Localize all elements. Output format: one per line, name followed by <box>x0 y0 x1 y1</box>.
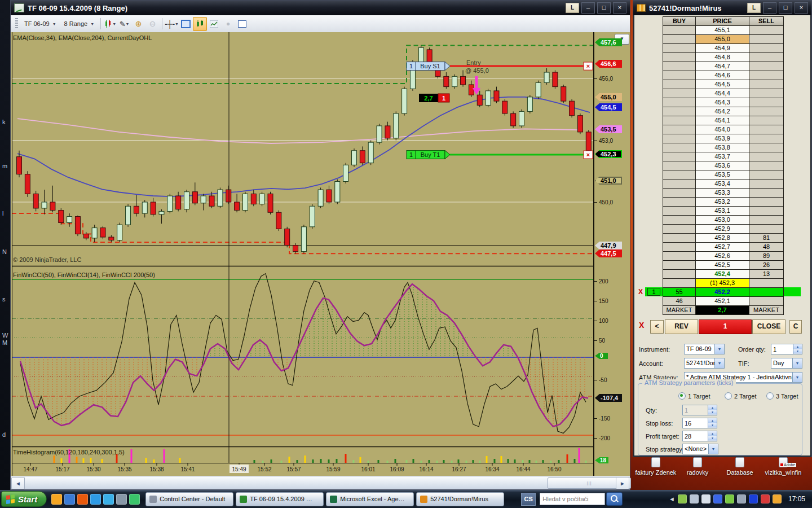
ladder-sell-cell[interactable] <box>749 198 784 207</box>
calculator-icon[interactable] <box>116 494 127 505</box>
ladder-price-cell[interactable]: 454,4 <box>696 89 749 98</box>
ladder-price-cell[interactable]: 454,2 <box>696 107 749 116</box>
ladder-price-cell[interactable]: 452,1 <box>696 297 749 306</box>
ladder-price-cell[interactable]: 454,1 <box>696 116 749 125</box>
desktop-icon[interactable]: vizitka_winfin <box>762 457 805 476</box>
ladder-sell-cell[interactable] <box>749 161 784 170</box>
ladder-sell-cell[interactable] <box>749 62 784 71</box>
mail-icon[interactable] <box>51 494 62 505</box>
ladder-buy-cell[interactable] <box>663 261 696 270</box>
ladder-buy-cell[interactable] <box>663 107 696 116</box>
ladder-row[interactable]: 454,3 <box>663 98 784 107</box>
ladder-row[interactable]: 454,7 <box>663 62 784 71</box>
close-position-button[interactable]: CLOSE <box>752 319 785 334</box>
order-qty-input[interactable] <box>771 344 793 354</box>
cancel-all-x[interactable]: X <box>639 321 644 330</box>
ladder-sell-cell[interactable] <box>749 216 784 225</box>
tray-expand-icon[interactable]: ◄ <box>669 496 675 502</box>
ladder-price-cell[interactable]: 453,9 <box>696 134 749 143</box>
ladder-buy-cell[interactable] <box>663 216 696 225</box>
ladder-market-row[interactable]: MARKET2,7MARKET <box>663 306 784 315</box>
ladder-buy-cell[interactable] <box>663 234 696 243</box>
instrument-selector[interactable]: TF 06-09 ▼ <box>20 19 60 29</box>
ladder-buy-cell[interactable] <box>663 35 696 44</box>
ladder-row[interactable]: 452,748 <box>663 243 784 252</box>
target-2-radio[interactable]: 2 Target <box>725 392 757 400</box>
language-indicator[interactable]: CS <box>521 493 536 506</box>
ladder-sell-cell[interactable]: 81 <box>749 234 784 243</box>
ladder-row[interactable]: 454,1 <box>663 116 784 125</box>
media-player-icon[interactable] <box>103 494 114 505</box>
taskbar-button[interactable]: Microsoft Excel - Age… <box>326 492 414 506</box>
ladder-price-cell[interactable]: 453,8 <box>696 143 749 152</box>
ladder-buy-cell[interactable] <box>663 252 696 261</box>
qty-stepper[interactable]: ▲▼ <box>682 405 717 415</box>
profit-target-input[interactable] <box>683 431 708 441</box>
ladder-price-cell[interactable]: 2,7 <box>696 306 749 315</box>
ladder-price-cell[interactable]: 452,8 <box>696 234 749 243</box>
ladder-row[interactable]: 453,9 <box>663 134 784 143</box>
ladder-row[interactable]: 454,5 <box>663 80 784 89</box>
zoom-out-button[interactable]: ⊖ <box>145 17 160 31</box>
taskbar-button[interactable]: 52741!Dorman!Mirus <box>416 492 504 506</box>
search-button[interactable] <box>606 492 623 506</box>
taskbar-button[interactable]: Control Center - Default <box>145 492 233 506</box>
chevron-down-icon[interactable]: ▼ <box>792 373 802 382</box>
ladder-buy-cell[interactable] <box>663 270 696 279</box>
ladder-buy-cell[interactable] <box>663 170 696 179</box>
ladder-sell-cell[interactable] <box>749 179 784 189</box>
data-series-button[interactable] <box>207 17 221 31</box>
ladder-sell-cell[interactable] <box>749 152 784 161</box>
drawing-tools-button[interactable]: ✎▼ <box>117 17 131 31</box>
ladder-buy-cell[interactable]: 46 <box>663 297 696 306</box>
region-select-button[interactable] <box>179 17 193 31</box>
ladder-sell-cell[interactable] <box>749 297 784 306</box>
ladder-sell-cell[interactable] <box>749 279 784 288</box>
ladder-buy-cell[interactable] <box>663 26 696 35</box>
ladder-price-cell[interactable]: 454,9 <box>696 44 749 53</box>
crosshair-button[interactable]: -┼-▼ <box>165 17 179 31</box>
ladder-price-cell[interactable]: 453,3 <box>696 189 749 198</box>
ladder-price-cell[interactable]: 454,5 <box>696 80 749 89</box>
reverse-button[interactable]: REV <box>665 319 698 334</box>
ladder-buy-cell[interactable] <box>663 279 696 288</box>
ladder-buy-cell[interactable] <box>663 161 696 170</box>
ladder-row[interactable]: 453,5 <box>663 170 784 179</box>
ladder-price-cell[interactable]: 452,9 <box>696 225 749 234</box>
ladder-sell-cell[interactable] <box>749 89 784 98</box>
maximize-button[interactable]: □ <box>779 2 792 14</box>
ie-icon[interactable] <box>90 494 101 505</box>
ladder-row[interactable]: 455,1 <box>663 26 784 35</box>
ladder-buy-cell[interactable] <box>663 189 696 198</box>
instrument-combo[interactable]: TF 06-09▼ <box>684 344 725 354</box>
ladder-buy-cell[interactable] <box>663 80 696 89</box>
ladder-sell-cell[interactable] <box>749 44 784 53</box>
security-icon[interactable] <box>761 494 770 503</box>
ladder-sell-cell[interactable] <box>749 125 784 134</box>
sidebar-icon[interactable] <box>678 494 687 503</box>
ladder-price-cell[interactable]: 453,5 <box>696 170 749 179</box>
ladder-sell-cell[interactable] <box>749 143 784 152</box>
globe-icon[interactable] <box>129 494 140 505</box>
close-button[interactable]: × <box>795 2 808 14</box>
firefox-icon[interactable] <box>77 494 88 505</box>
bluetooth-icon[interactable] <box>749 494 758 503</box>
ladder-sell-cell[interactable] <box>749 207 784 216</box>
ladder-sell-cell[interactable] <box>749 71 784 80</box>
desktop-icon[interactable]: radovky <box>676 457 719 476</box>
ladder-sell-cell[interactable] <box>749 288 784 297</box>
cancel-order-x[interactable]: X <box>638 287 643 296</box>
ladder-sell-cell[interactable]: 13 <box>749 270 784 279</box>
horizontal-scrollbar[interactable]: ◄ ||| ► <box>11 476 630 489</box>
ladder-buy-cell[interactable] <box>663 225 696 234</box>
ladder-sell-cell[interactable] <box>749 116 784 125</box>
ladder-price-cell[interactable]: 453,2 <box>696 198 749 207</box>
chevron-down-icon[interactable]: ▼ <box>714 358 724 368</box>
ladder-row[interactable]: 452,9 <box>663 225 784 234</box>
ladder-buy-cell[interactable] <box>663 179 696 189</box>
data-grid-button[interactable] <box>235 17 249 31</box>
ladder-buy-cell[interactable] <box>663 62 696 71</box>
ladder-row[interactable]: 454,8 <box>663 53 784 62</box>
zoom-in-button[interactable]: ⊕ <box>131 17 145 31</box>
ladder-row[interactable]: 453,2 <box>663 198 784 207</box>
